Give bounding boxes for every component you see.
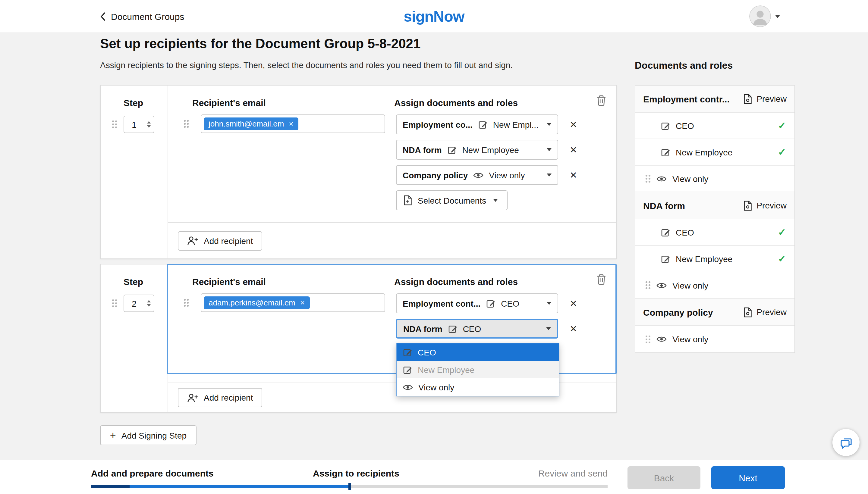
- add-recipient-button[interactable]: Add recipient: [178, 388, 262, 407]
- check-icon: ✓: [778, 120, 786, 131]
- eye-icon: [403, 383, 413, 391]
- role-row[interactable]: View only: [635, 326, 794, 353]
- add-signing-step-button[interactable]: + Add Signing Step: [100, 425, 197, 445]
- back-to-document-groups[interactable]: Document Groups: [100, 0, 184, 33]
- role-dropdown-menu: CEO New Employee View only: [396, 343, 559, 396]
- edit-role-icon: [486, 299, 496, 308]
- document-role-selector[interactable]: Employment co... New Empl...: [396, 114, 558, 134]
- email-chip-label: john.smith@email.em: [208, 120, 284, 128]
- signing-step-1-card: Step 1: [100, 85, 617, 259]
- eye-icon: [656, 282, 666, 289]
- role-row[interactable]: View only: [635, 272, 794, 299]
- documents-panel: Employment contr... Preview CEO ✓ New Em…: [635, 85, 795, 353]
- edit-role-icon: [661, 147, 670, 157]
- document-group-header: NDA form Preview: [635, 192, 794, 219]
- role-option-ceo[interactable]: CEO: [396, 343, 559, 361]
- check-icon: ✓: [778, 253, 786, 264]
- document-role-selector[interactable]: NDA form New Employee: [396, 140, 558, 160]
- plus-icon: +: [110, 430, 116, 440]
- remove-document-button[interactable]: ✕: [568, 144, 578, 155]
- role-label: CEO: [676, 121, 694, 130]
- step-column: Step 2: [101, 264, 168, 412]
- edit-role-icon: [661, 227, 670, 237]
- role-drag-handle[interactable]: [646, 336, 650, 343]
- preview-icon: [743, 200, 752, 211]
- step-drag-handle[interactable]: [112, 121, 117, 128]
- role-option-view-only[interactable]: View only: [396, 378, 559, 396]
- recipient-drag-handle[interactable]: [184, 299, 188, 306]
- next-button[interactable]: Next: [711, 466, 785, 489]
- person-add-icon: [187, 393, 198, 403]
- step-label: Step: [124, 98, 143, 108]
- add-recipient-button[interactable]: Add recipient: [178, 231, 262, 250]
- preview-button[interactable]: Preview: [743, 94, 787, 104]
- chip-remove-icon[interactable]: ×: [289, 120, 293, 128]
- role-name: New Empl...: [493, 119, 539, 129]
- preview-label: Preview: [756, 307, 787, 317]
- file-plus-icon: [403, 195, 412, 205]
- role-row[interactable]: View only: [635, 166, 794, 192]
- back-button[interactable]: Back: [627, 466, 700, 489]
- caret-down-icon: [546, 327, 551, 330]
- step-drag-handle[interactable]: [112, 300, 117, 307]
- stepper-down-icon[interactable]: [147, 304, 151, 307]
- role-row[interactable]: New Employee ✓: [635, 139, 794, 166]
- recipient-email-input[interactable]: adam.perkins@email.em ×: [201, 293, 385, 312]
- role-row[interactable]: CEO ✓: [635, 113, 794, 139]
- delete-step-button[interactable]: [594, 272, 608, 289]
- role-row[interactable]: New Employee ✓: [635, 246, 794, 272]
- stage-add-and-prepare: Add and prepare documents: [91, 468, 214, 478]
- role-label: New Employee: [676, 254, 732, 264]
- chevron-down-icon: [775, 15, 780, 18]
- edit-role-icon: [661, 254, 670, 264]
- remove-document-button[interactable]: ✕: [568, 298, 578, 309]
- document-name: Employment cont...: [403, 299, 480, 308]
- step-column: Step 1: [101, 86, 168, 259]
- back-label: Document Groups: [111, 12, 184, 22]
- role-label: CEO: [676, 227, 694, 237]
- document-role-selector[interactable]: Employment cont... CEO: [396, 293, 558, 313]
- recipient-email-input[interactable]: john.smith@email.em ×: [201, 114, 385, 133]
- recipient-drag-handle[interactable]: [184, 120, 188, 128]
- recipient-email-label: Recipient's email: [192, 98, 266, 108]
- chat-button[interactable]: [832, 429, 860, 456]
- document-role-selector-open[interactable]: NDA form CEO: [396, 319, 558, 339]
- role-row[interactable]: CEO ✓: [635, 219, 794, 246]
- document-role-selector[interactable]: Company policy View only: [396, 165, 558, 185]
- step-number-stepper[interactable]: 2: [123, 294, 154, 312]
- email-chip-label: adam.perkins@email.em: [208, 299, 295, 307]
- caret-down-icon: [547, 302, 552, 305]
- caret-down-icon: [493, 199, 498, 202]
- step-number-value: 2: [124, 295, 144, 311]
- role-drag-handle[interactable]: [646, 282, 650, 289]
- step-number-stepper[interactable]: 1: [123, 116, 154, 133]
- preview-icon: [743, 94, 752, 104]
- delete-step-button[interactable]: [594, 93, 608, 110]
- remove-document-button[interactable]: ✕: [568, 323, 578, 334]
- document-name: Employment co...: [403, 119, 473, 129]
- role-option-label: CEO: [418, 347, 436, 357]
- document-name: NDA form: [643, 200, 743, 211]
- remove-document-button[interactable]: ✕: [568, 169, 578, 181]
- role-name: New Employee: [462, 145, 519, 154]
- account-menu[interactable]: [749, 5, 780, 27]
- role-option-new-employee[interactable]: New Employee: [396, 361, 559, 378]
- stepper-up-icon[interactable]: [147, 121, 151, 124]
- eye-icon: [473, 171, 483, 178]
- role-label: View only: [672, 334, 708, 344]
- chip-remove-icon[interactable]: ×: [300, 299, 305, 307]
- stepper-down-icon[interactable]: [147, 125, 151, 128]
- role-name: CEO: [501, 299, 519, 308]
- role-drag-handle[interactable]: [646, 175, 650, 183]
- select-documents-button[interactable]: Select Documents: [396, 190, 507, 210]
- preview-icon: [743, 307, 752, 317]
- preview-button[interactable]: Preview: [743, 307, 787, 317]
- stepper-arrows[interactable]: [144, 116, 153, 133]
- stepper-up-icon[interactable]: [147, 300, 151, 302]
- add-recipient-label: Add recipient: [204, 236, 253, 246]
- stepper-arrows[interactable]: [144, 295, 153, 311]
- caret-down-icon: [547, 173, 552, 176]
- remove-document-button[interactable]: ✕: [568, 119, 578, 130]
- preview-button[interactable]: Preview: [743, 200, 787, 211]
- progress-segment-current: [130, 485, 350, 488]
